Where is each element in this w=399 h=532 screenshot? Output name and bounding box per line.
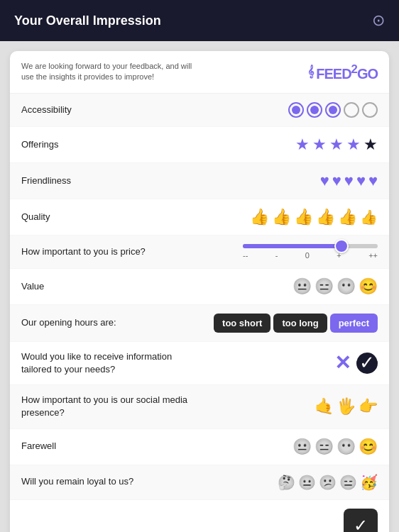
loyal-emoji-2[interactable]: 😐 xyxy=(298,474,316,491)
row-farewell: Farewell 😐 😑 😶 😊 xyxy=(10,429,389,465)
circle-4[interactable] xyxy=(344,102,359,118)
thumb-1[interactable]: 👍 xyxy=(250,208,269,226)
slider-labels: -- - 0 + ++ xyxy=(243,251,378,260)
page-title: Your Overall Impression xyxy=(14,13,161,28)
hours-options: too short too long perfect xyxy=(214,314,378,333)
quality-options: 👍 👍 👍 👍 👍 👍 xyxy=(250,208,378,226)
value-emoji-1[interactable]: 😐 xyxy=(293,277,312,296)
star-1[interactable]: ★ xyxy=(295,135,310,154)
brand-logo: 𝄞 FEED2GO xyxy=(307,62,378,82)
star-5[interactable]: ★ xyxy=(364,135,378,154)
social-media-options: 🤙 🖐 👉 xyxy=(315,397,378,416)
heart-5[interactable]: ♥ xyxy=(368,172,378,190)
row-accessibility: Accessibility xyxy=(10,94,389,127)
row-value: Value 😐 😑 😶 😊 xyxy=(10,269,389,305)
value-label: Value xyxy=(21,280,44,293)
slider-track[interactable] xyxy=(243,244,378,248)
value-options: 😐 😑 😶 😊 xyxy=(293,277,378,296)
circle-2[interactable] xyxy=(307,102,322,118)
yes-icon[interactable]: ✓ xyxy=(356,353,378,374)
submit-button[interactable]: ✓ xyxy=(344,509,378,532)
accessibility-options xyxy=(288,102,378,118)
too-long-button[interactable]: too long xyxy=(273,314,327,333)
row-tailored-info: Would you like to receive information ta… xyxy=(10,342,389,385)
brand-text: We are looking forward to your feedback,… xyxy=(21,61,206,83)
row-offerings: Offerings ★ ★ ★ ★ ★ xyxy=(10,127,389,163)
thumb-3[interactable]: 👍 xyxy=(294,208,313,226)
social-media-label: How important to you is our social media… xyxy=(21,394,192,419)
submit-row: ✓ xyxy=(10,500,389,532)
submit-icon: ✓ xyxy=(354,516,368,532)
quality-label: Quality xyxy=(21,211,50,223)
accessibility-label: Accessibility xyxy=(21,104,72,116)
hand-2[interactable]: 🖐 xyxy=(337,397,356,416)
circle-3[interactable] xyxy=(325,102,341,118)
farewell-emoji-4[interactable]: 😊 xyxy=(359,438,378,456)
no-icon[interactable]: ✕ xyxy=(334,351,351,375)
brand-row: We are looking forward to your feedback,… xyxy=(10,51,389,94)
thumb-6[interactable]: 👍 xyxy=(360,209,378,226)
slider-thumb[interactable] xyxy=(334,239,349,253)
star-2[interactable]: ★ xyxy=(312,135,327,154)
farewell-label: Farewell xyxy=(21,440,56,453)
logo-icon: 𝄞 xyxy=(307,65,313,78)
perfect-button[interactable]: perfect xyxy=(330,314,378,333)
thumb-2[interactable]: 👍 xyxy=(272,208,291,226)
value-emoji-3[interactable]: 😶 xyxy=(337,277,356,296)
row-quality: Quality 👍 👍 👍 👍 👍 👍 xyxy=(10,199,389,235)
loyal-options: 🤔 😐 😕 😑 🥳 xyxy=(278,474,378,491)
hand-1[interactable]: 🤙 xyxy=(315,397,334,416)
value-emoji-2[interactable]: 😑 xyxy=(315,277,334,296)
row-price: How important to you is price? -- - 0 + … xyxy=(10,235,389,269)
row-friendliness: Friendliness ♥ ♥ ♥ ♥ ♥ xyxy=(10,163,389,199)
heart-4[interactable]: ♥ xyxy=(356,172,366,190)
thumb-5[interactable]: 👍 xyxy=(338,208,357,226)
star-4[interactable]: ★ xyxy=(346,135,361,154)
loyal-emoji-4[interactable]: 😑 xyxy=(339,474,357,491)
farewell-emoji-1[interactable]: 😐 xyxy=(293,438,312,456)
offerings-label: Offerings xyxy=(21,138,59,151)
profile-icon: ⊙ xyxy=(372,11,385,30)
circle-5[interactable] xyxy=(362,102,378,118)
tailored-info-label: Would you like to receive information ta… xyxy=(21,350,192,376)
row-opening-hours: Our opening hours are: too short too lon… xyxy=(10,305,389,342)
friendliness-label: Friendliness xyxy=(21,174,71,187)
price-slider-container: -- - 0 + ++ xyxy=(236,244,378,260)
thumb-4[interactable]: 👍 xyxy=(316,208,335,226)
loyal-emoji-1[interactable]: 🤔 xyxy=(278,474,295,491)
farewell-options: 😐 😑 😶 😊 xyxy=(293,438,378,456)
price-label: How important to you is price? xyxy=(21,245,146,258)
loyal-emoji-3[interactable]: 😕 xyxy=(319,474,337,491)
row-loyal: Will you remain loyal to us? 🤔 😐 😕 😑 🥳 xyxy=(10,465,389,500)
friendliness-options: ♥ ♥ ♥ ♥ ♥ xyxy=(320,172,378,190)
circle-1[interactable] xyxy=(288,102,304,118)
heart-2[interactable]: ♥ xyxy=(332,172,341,190)
header: Your Overall Impression ⊙ xyxy=(0,0,399,41)
farewell-emoji-3[interactable]: 😶 xyxy=(337,438,356,456)
label-m: - xyxy=(275,251,278,260)
label-pp: ++ xyxy=(368,251,378,260)
survey-card: We are looking forward to your feedback,… xyxy=(10,51,389,532)
row-social-media: How important to you is our social media… xyxy=(10,385,389,428)
star-3[interactable]: ★ xyxy=(329,135,344,154)
slider-fill xyxy=(243,244,337,248)
value-emoji-4[interactable]: 😊 xyxy=(359,277,378,296)
heart-1[interactable]: ♥ xyxy=(320,172,329,190)
logo-text: FEED2GO xyxy=(316,62,378,82)
opening-hours-label: Our opening hours are: xyxy=(21,316,116,329)
logo-sup: 2 xyxy=(351,62,357,76)
loyal-emoji-5[interactable]: 🥳 xyxy=(360,474,378,491)
loyal-label: Will you remain loyal to us? xyxy=(21,475,133,488)
label-0: 0 xyxy=(305,251,310,260)
heart-3[interactable]: ♥ xyxy=(344,172,354,190)
hand-3[interactable]: 👉 xyxy=(359,397,378,416)
offerings-options: ★ ★ ★ ★ ★ xyxy=(295,135,378,154)
farewell-emoji-2[interactable]: 😑 xyxy=(315,438,334,456)
label-mm: -- xyxy=(243,251,248,260)
too-short-button[interactable]: too short xyxy=(214,314,270,333)
tailored-options: ✕ ✓ xyxy=(334,351,378,375)
